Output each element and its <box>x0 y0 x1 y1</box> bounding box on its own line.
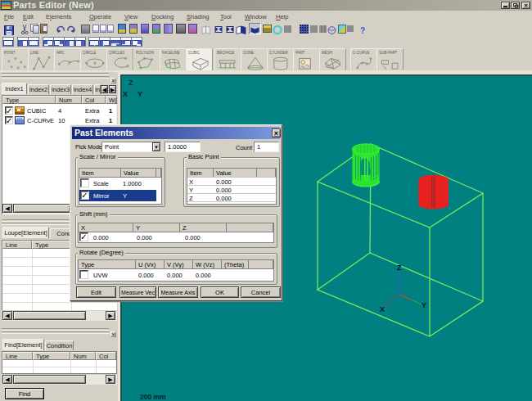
svg-text:200 mm: 200 mm <box>140 393 166 401</box>
svg-text:Z: Z <box>128 79 133 87</box>
svg-text:X: X <box>123 90 128 98</box>
svg-text:Y: Y <box>422 301 426 309</box>
svg-text:X: X <box>380 305 385 313</box>
svg-text:Z: Z <box>397 264 402 272</box>
svg-text:Y: Y <box>138 90 142 98</box>
